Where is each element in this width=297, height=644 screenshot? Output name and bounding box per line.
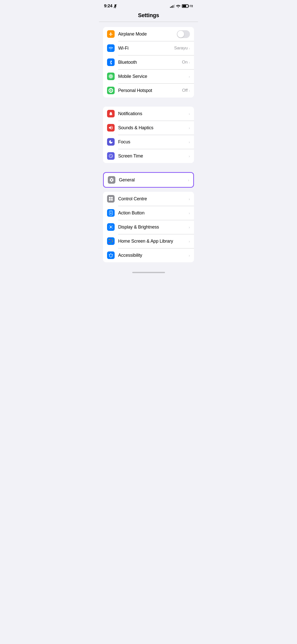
home-screen-row[interactable]: Home Screen & App Library ›: [103, 234, 194, 248]
airplane-mode-row[interactable]: Airplane Mode: [103, 27, 194, 41]
screen-time-label: Screen Time: [118, 153, 189, 159]
hotspot-chevron: ›: [189, 88, 190, 93]
bluetooth-right: On ›: [182, 60, 190, 65]
svg-point-4: [110, 76, 111, 77]
focus-right: ›: [189, 140, 190, 144]
svg-point-23: [110, 253, 111, 254]
status-bar: 9:24 72: [99, 0, 198, 11]
battery-icon: 72: [182, 4, 193, 8]
airplane-mode-toggle[interactable]: [177, 30, 190, 38]
connectivity-group: Airplane Mode Wi-Fi Sarayu ›: [103, 27, 194, 98]
sounds-haptics-row[interactable]: Sounds & Haptics ›: [103, 121, 194, 135]
bluetooth-icon: [107, 58, 115, 66]
focus-icon: [107, 138, 115, 146]
mobile-service-chevron: ›: [189, 74, 190, 79]
svg-rect-14: [109, 239, 110, 240]
bluetooth-chevron: ›: [189, 60, 190, 65]
accessibility-icon: [107, 251, 115, 259]
airplane-mode-label: Airplane Mode: [118, 31, 177, 37]
svg-rect-6: [111, 89, 111, 90]
bluetooth-label: Bluetooth: [118, 60, 182, 65]
focus-chevron: ›: [189, 140, 190, 144]
mobile-service-label: Mobile Service: [118, 74, 189, 79]
svg-rect-18: [110, 241, 111, 242]
hotspot-label: Personal Hotspot: [118, 88, 182, 93]
screen-time-right: ›: [189, 154, 190, 158]
display-group: Control Centre › Action Button ›: [103, 192, 194, 262]
display-chevron: ›: [189, 225, 190, 229]
silent-icon: [114, 4, 117, 8]
notifications-label: Notifications: [118, 111, 189, 116]
control-centre-right: ›: [189, 197, 190, 201]
control-centre-chevron: ›: [189, 197, 190, 201]
svg-rect-17: [109, 241, 110, 242]
wifi-icon: [107, 44, 115, 52]
svg-rect-16: [112, 239, 113, 240]
general-icon: [108, 176, 115, 184]
action-button-right: ›: [189, 211, 190, 215]
display-brightness-row[interactable]: Display & Brightness ›: [103, 220, 194, 234]
wifi-label: Wi-Fi: [118, 46, 174, 51]
wifi-right: Sarayu ›: [174, 46, 190, 51]
notifications-chevron: ›: [189, 112, 190, 116]
mobile-service-icon: [107, 73, 115, 80]
mobile-service-row[interactable]: Mobile Service ›: [103, 69, 194, 83]
home-indicator: [99, 270, 198, 278]
bluetooth-row[interactable]: Bluetooth On ›: [103, 55, 194, 69]
notifications-icon: [107, 110, 115, 117]
control-centre-row[interactable]: Control Centre ›: [103, 192, 194, 206]
sounds-chevron: ›: [189, 126, 190, 130]
airplane-mode-icon: [107, 30, 115, 38]
screen-time-chevron: ›: [189, 154, 190, 158]
svg-rect-7: [109, 197, 111, 199]
general-row[interactable]: General ›: [104, 173, 193, 187]
svg-rect-8: [111, 197, 113, 199]
home-screen-icon: [107, 237, 115, 245]
bluetooth-value: On: [182, 60, 188, 65]
screen-time-row[interactable]: Screen Time ›: [103, 149, 194, 163]
svg-rect-9: [109, 199, 111, 201]
display-right: ›: [189, 225, 190, 229]
control-centre-label: Control Centre: [118, 196, 189, 202]
wifi-row[interactable]: Wi-Fi Sarayu ›: [103, 41, 194, 55]
svg-rect-21: [110, 242, 111, 243]
wifi-value: Sarayu: [174, 46, 188, 51]
notifications-row[interactable]: Notifications ›: [103, 107, 194, 121]
home-screen-chevron: ›: [189, 239, 190, 243]
action-button-chevron: ›: [189, 211, 190, 215]
general-group: General ›: [103, 172, 194, 188]
settings-content: Airplane Mode Wi-Fi Sarayu ›: [99, 22, 198, 270]
svg-rect-22: [112, 242, 113, 243]
wifi-status-icon: [176, 5, 180, 8]
focus-row[interactable]: Focus ›: [103, 135, 194, 149]
personal-hotspot-row[interactable]: Personal Hotspot Off ›: [103, 83, 194, 98]
notifications-right: ›: [189, 112, 190, 116]
control-centre-icon: [107, 195, 115, 203]
accessibility-label: Accessibility: [118, 253, 189, 258]
action-button-row[interactable]: Action Button ›: [103, 206, 194, 220]
action-button-label: Action Button: [118, 210, 189, 216]
svg-rect-15: [110, 239, 111, 240]
mobile-service-right: ›: [189, 74, 190, 79]
accessibility-right: ›: [189, 253, 190, 257]
wifi-chevron: ›: [189, 46, 190, 50]
general-label: General: [119, 177, 188, 183]
home-screen-right: ›: [189, 239, 190, 243]
page-title: Settings: [138, 12, 159, 18]
svg-rect-19: [112, 241, 113, 242]
general-chevron: ›: [188, 178, 189, 182]
sounds-icon: [107, 124, 115, 132]
sounds-label: Sounds & Haptics: [118, 125, 189, 131]
svg-point-13: [110, 226, 112, 228]
action-button-icon: [107, 209, 115, 217]
display-label: Display & Brightness: [118, 224, 189, 230]
notifications-group: Notifications › Sounds & Haptics ›: [103, 107, 194, 163]
accessibility-chevron: ›: [189, 253, 190, 257]
page-title-container: Settings: [99, 11, 198, 22]
general-right: ›: [188, 178, 189, 182]
svg-rect-5: [111, 91, 111, 92]
hotspot-icon: [107, 87, 115, 94]
accessibility-row[interactable]: Accessibility ›: [103, 248, 194, 262]
status-icons: 72: [170, 4, 193, 8]
hotspot-right: Off ›: [182, 88, 190, 93]
